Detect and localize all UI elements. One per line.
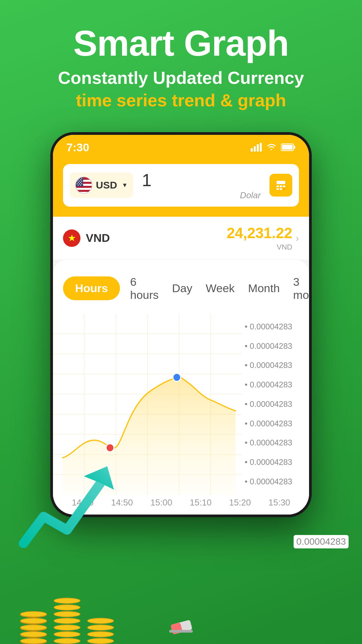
coin-stack-1 [20,611,47,644]
svg-point-22 [80,182,81,183]
amount-section: 1 Dolar [138,170,264,201]
vn-flag: ★ [63,229,80,247]
svg-rect-10 [76,188,93,190]
hero-subtitle: Constantly Updated Currency [0,67,362,90]
tab-6hours[interactable]: 6 hours [127,270,162,307]
status-bar: 7:30 [53,135,309,157]
currency-input-box[interactable]: USD ▼ 1 Dolar [63,164,299,207]
svg-rect-5 [294,146,295,149]
x-label-4: 15:10 [190,497,212,508]
svg-point-20 [81,181,82,182]
svg-rect-3 [260,143,262,152]
svg-point-15 [81,178,82,179]
y-label-7: • 0.00004283 [245,438,306,447]
to-currency-code: VND [86,231,110,245]
currency-dropdown-arrow[interactable]: ▼ [122,182,128,189]
svg-point-16 [78,179,79,180]
svg-rect-52 [169,630,193,633]
y-label-8: • 0.00004283 [245,458,306,467]
svg-point-21 [78,182,79,183]
vnd-amount-block: 24,231.22 VND [227,225,292,252]
us-flag [75,176,93,194]
svg-rect-33 [277,188,279,190]
tab-month[interactable]: Month [245,276,283,300]
bottom-chart-label: 0.00004283 [294,535,349,548]
y-label-9: • 0.00004283 [245,477,306,486]
svg-point-25 [81,183,82,184]
chevron-right-icon: › [296,232,299,244]
wifi-icon [266,143,277,152]
x-label-6: 15:30 [268,497,290,508]
battery-icon [281,143,296,151]
chart-low-dot [106,444,114,452]
y-label-1: • 0.00004283 [245,322,306,331]
svg-rect-2 [257,144,259,152]
teal-arrow-decoration [17,456,124,550]
vnd-amount: 24,231.22 [227,225,292,241]
coin-stack-3 [87,618,114,644]
status-time: 7:30 [66,141,89,154]
bottom-nav-hint [169,614,193,637]
vnd-amount-label: VND [227,243,292,252]
vnd-result-row[interactable]: ★ VND 24,231.22 VND › [53,217,309,260]
svg-point-13 [77,178,78,179]
status-icons [251,143,296,152]
from-currency-code: USD [96,179,117,191]
calculator-button[interactable] [269,174,292,197]
coin-stacks [20,598,114,644]
currency-input-area: USD ▼ 1 Dolar [53,157,309,217]
signal-bars-icon [251,143,262,152]
chart-y-labels: • 0.00004283 • 0.00004283 • 0.00004283 •… [242,314,309,495]
svg-rect-0 [251,148,253,152]
svg-rect-32 [283,185,285,187]
chart-peak-dot [173,373,181,381]
eraser-icon [169,614,193,637]
hero-highlight: time series trend & graph [0,89,362,112]
y-label-5: • 0.00004283 [245,399,306,409]
y-label-3: • 0.00004283 [245,361,306,370]
hero-section: Smart Graph Constantly Updated Currency … [0,0,362,112]
svg-point-17 [80,179,81,180]
svg-rect-35 [283,188,285,190]
svg-rect-11 [76,192,93,194]
svg-point-24 [79,183,80,184]
y-label-6: • 0.00004283 [245,419,306,428]
vnd-right: 24,231.22 VND › [227,225,299,252]
amount-value[interactable]: 1 [142,170,261,190]
x-label-3: 15:00 [150,497,172,508]
svg-point-14 [79,178,80,179]
tab-day[interactable]: Day [169,276,195,300]
time-tabs: Hours 6 hours Day Week Month 3 mo [53,270,309,307]
svg-point-19 [79,181,80,182]
x-label-5: 15:20 [229,497,251,508]
svg-point-23 [77,183,78,184]
currency-full-name: Dolar [142,190,261,201]
svg-rect-29 [277,181,285,184]
y-label-2: • 0.00004283 [245,341,306,351]
tab-3mo[interactable]: 3 mo [290,270,309,307]
hero-title: Smart Graph [0,23,362,63]
coin-stack-2 [54,598,80,644]
calculator-icon [275,179,287,192]
tab-week[interactable]: Week [202,276,238,300]
y-label-4: • 0.00004283 [245,380,306,389]
svg-rect-30 [277,185,279,187]
vn-star-icon: ★ [68,232,76,244]
currency-selector[interactable]: USD ▼ [70,172,133,198]
vnd-left: ★ VND [63,229,110,247]
tab-hours[interactable]: Hours [63,276,120,300]
bottom-decoration [0,550,362,644]
svg-point-26 [78,185,79,186]
svg-rect-1 [254,146,256,152]
svg-rect-34 [280,188,282,190]
svg-rect-31 [280,185,282,187]
svg-point-27 [80,185,81,186]
svg-rect-6 [282,145,293,150]
svg-point-18 [77,181,78,182]
